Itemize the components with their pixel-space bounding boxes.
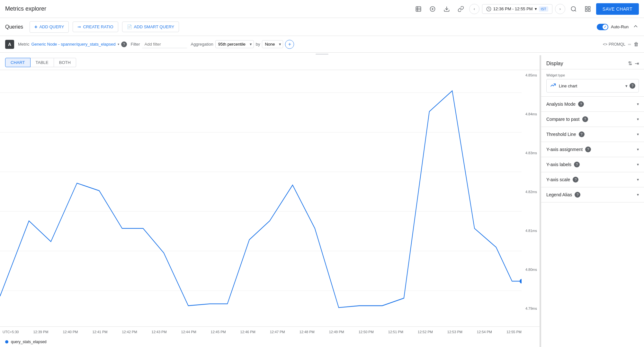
y-axis-scale-help[interactable]: ? [573, 177, 578, 182]
aggregation-field: Aggregation 95th percentile Mean Sum Min… [191, 40, 294, 49]
collapse-button[interactable] [632, 23, 639, 31]
add-smart-query-button[interactable]: 📄 ADD SMART QUERY [122, 22, 179, 32]
x-label-9: 12:47 PM [270, 330, 285, 334]
add-icon-btn[interactable] [427, 3, 438, 15]
app-title: Metrics explorer [5, 5, 46, 12]
svg-line-10 [575, 10, 576, 11]
chart-svg-container: 4.85ms 4.84ms 4.83ms 4.82ms 4.81ms 4.80m… [0, 70, 540, 326]
download-icon-btn[interactable] [441, 3, 452, 15]
accordion-threshold-line: Threshold Line ? ▾ [541, 127, 644, 142]
drag-handle[interactable] [0, 53, 644, 55]
add-query-button[interactable]: + ADD QUERY [30, 21, 69, 33]
x-label-1: 12:39 PM [33, 330, 48, 334]
create-ratio-button[interactable]: ⇒ CREATE RATIO [73, 22, 118, 32]
legend-bar: query_stats_elapsed [0, 337, 540, 347]
accordion-y-axis-scale-header[interactable]: Y-axis scale ? ▾ [541, 172, 644, 187]
accordion-y-axis-assignment-header[interactable]: Y-axis assignment ? ▾ [541, 142, 644, 157]
chart-line [0, 91, 522, 308]
tab-chart[interactable]: CHART [5, 58, 31, 67]
nav-prev-btn[interactable]: ‹ [469, 4, 479, 14]
widget-type-help[interactable]: ? [630, 83, 635, 89]
y-axis-assignment-help[interactable]: ? [585, 147, 591, 152]
widget-type-dropdown[interactable]: ▾ [625, 84, 628, 88]
main-content: CHART TABLE BOTH 4.85ms 4.84ms 4.83ms 4.… [0, 55, 644, 347]
filter-input[interactable] [142, 40, 187, 48]
y-axis-labels-help[interactable]: ? [574, 162, 580, 167]
metric-field: Metric Generic Node - spanner/query_stat… [18, 41, 127, 47]
x-label-12: 12:50 PM [359, 330, 374, 334]
y-axis-scale-chevron: ▾ [637, 177, 639, 182]
accordion-analysis-mode-header[interactable]: Analysis Mode ? ▾ [541, 97, 644, 111]
analysis-mode-chevron: ▾ [637, 102, 639, 106]
queries-title: Queries [5, 24, 23, 30]
x-label-7: 12:45 PM [211, 330, 226, 334]
y-axis-assignment-chevron: ▾ [637, 147, 639, 152]
save-chart-button[interactable]: SAVE CHART [596, 3, 639, 15]
auto-run-toggle[interactable]: ✓ Auto-Run [597, 24, 629, 30]
x-label-4: 12:42 PM [122, 330, 137, 334]
grid-icon-btn[interactable] [582, 3, 594, 15]
add-smart-query-label: ADD SMART QUERY [134, 24, 174, 29]
create-ratio-label: CREATE RATIO [83, 24, 113, 29]
chart-tabs: CHART TABLE BOTH [0, 55, 540, 70]
search-icon-btn[interactable] [568, 3, 579, 15]
by-select[interactable]: None [262, 40, 283, 48]
legend-alias-chevron: ▾ [637, 192, 639, 197]
accordion-y-axis-labels: Y-axis labels ? ▾ [541, 157, 644, 172]
svg-point-9 [571, 6, 575, 11]
legend-dot [5, 340, 8, 343]
filter-field-label: Filter [131, 42, 140, 47]
y-label-6: 4.79ms [525, 307, 537, 310]
x-label-tz: UTC+5:30 [3, 330, 19, 334]
compare-past-chevron: ▾ [637, 117, 639, 121]
right-panel: Display ⇅ ⇥ Widget type Line chart ▾ ? [541, 55, 644, 347]
promql-label: PROMQL [609, 42, 625, 47]
y-label-3: 4.82ms [525, 190, 537, 194]
promql-button[interactable]: <> PROMQL [603, 42, 625, 47]
aggregation-select[interactable]: 95th percentile Mean Sum Min Max [215, 40, 254, 48]
nav-next-btn[interactable]: › [555, 4, 565, 14]
clock-icon [486, 6, 491, 12]
panel-collapse-icon[interactable]: ⇥ [635, 60, 639, 67]
add-query-icon: + [34, 24, 37, 30]
delete-icon[interactable]: 🗑 [634, 41, 639, 47]
threshold-line-help[interactable]: ? [579, 131, 585, 137]
line-chart-icon [550, 82, 556, 90]
chart-endpoint-dot [520, 279, 522, 283]
accordion-y-axis-assignment: Y-axis assignment ? ▾ [541, 142, 644, 157]
metric-value[interactable]: Generic Node - spanner/query_stats_elaps… [31, 42, 115, 47]
timezone-badge: IST [539, 6, 548, 12]
create-ratio-icon: ⇒ [77, 24, 81, 29]
accordion-threshold-line-header[interactable]: Threshold Line ? ▾ [541, 127, 644, 142]
svg-rect-13 [585, 9, 587, 11]
time-range-selector[interactable]: 12:36 PM - 12:55 PM ▾ IST [482, 4, 552, 14]
x-label-2: 12:40 PM [63, 330, 78, 334]
tab-both[interactable]: BOTH [54, 58, 76, 67]
accordion-y-axis-scale-title: Y-axis scale ? [546, 177, 578, 182]
widget-type-select[interactable]: Line chart ▾ ? [546, 79, 639, 93]
x-label-16: 12:54 PM [477, 330, 492, 334]
accordion-y-axis-assignment-title: Y-axis assignment ? [546, 147, 591, 152]
x-label-3: 12:41 PM [92, 330, 107, 334]
toggle-track[interactable]: ✓ [597, 24, 608, 30]
aggregation-label: Aggregation [191, 42, 213, 47]
accordion-compare-to-past: Compare to past ? ▾ [541, 112, 644, 127]
compare-past-help[interactable]: ? [582, 116, 588, 122]
copy-icon[interactable]: ⎓ [628, 41, 631, 47]
accordion-compare-to-past-header[interactable]: Compare to past ? ▾ [541, 112, 644, 127]
analysis-mode-help[interactable]: ? [578, 101, 584, 107]
legend-alias-help[interactable]: ? [575, 192, 580, 198]
add-group-by-btn[interactable]: + [285, 40, 294, 49]
table-icon-btn[interactable] [413, 3, 424, 15]
metric-dropdown-arrow[interactable]: ▾ [118, 42, 119, 46]
accordion-y-axis-labels-header[interactable]: Y-axis labels ? ▾ [541, 157, 644, 172]
x-label-15: 12:53 PM [447, 330, 462, 334]
link-icon-btn[interactable] [455, 3, 467, 15]
chart-area: CHART TABLE BOTH 4.85ms 4.84ms 4.83ms 4.… [0, 55, 540, 347]
tab-table[interactable]: TABLE [31, 58, 54, 67]
accordion-legend-alias-header[interactable]: Legend Alias ? ▾ [541, 187, 644, 202]
panel-sort-icon[interactable]: ⇅ [628, 60, 632, 67]
filter-field: Filter [131, 40, 187, 48]
metric-help-icon[interactable]: ? [121, 41, 127, 47]
accordion-compare-to-past-title: Compare to past ? [546, 116, 588, 122]
